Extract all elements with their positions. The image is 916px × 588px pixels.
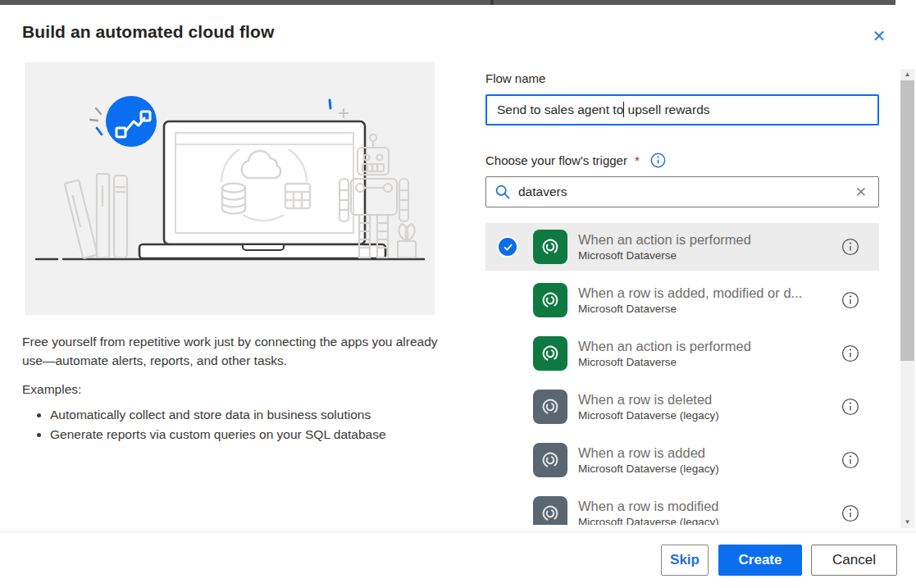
automation-illustration (25, 62, 435, 315)
trigger-row[interactable]: When an action is performed Microsoft Da… (485, 330, 879, 377)
trigger-subtitle: Microsoft Dataverse (legacy) (578, 408, 832, 422)
dataverse-icon (533, 230, 567, 264)
flow-name-input[interactable]: Send to sales agent to upsell rewards (485, 94, 879, 125)
trigger-text: When an action is performed Microsoft Da… (578, 231, 832, 262)
info-icon[interactable] (841, 504, 859, 522)
plant-graphic (398, 224, 416, 258)
scroll-up-icon[interactable]: ▲ (900, 69, 914, 80)
dataverse-legacy-icon (533, 496, 567, 525)
trigger-text: When a row is modified Microsoft Dataver… (578, 498, 832, 525)
trigger-list: When an action is performed Microsoft Da… (485, 223, 879, 525)
info-icon[interactable] (841, 451, 859, 469)
search-icon (494, 184, 511, 200)
clear-search-icon[interactable]: ✕ (852, 185, 870, 199)
illustration-graphic (25, 62, 435, 315)
flow-name-value-before-caret: Send to sales agent to (497, 103, 623, 116)
dataverse-icon (533, 283, 567, 317)
examples-list: Automatically collect and store data in … (39, 405, 457, 444)
footer: Skip Create Cancel (0, 532, 916, 588)
trigger-text: When a row is added Microsoft Dataverse … (578, 444, 832, 476)
dataverse-icon (533, 336, 567, 371)
skip-button[interactable]: Skip (661, 545, 709, 576)
trigger-title: When an action is performed (578, 338, 832, 355)
trigger-title: When a row is modified (578, 498, 832, 515)
close-icon[interactable]: ✕ (869, 26, 889, 46)
trigger-title: When a row is added, modified or d... (578, 285, 832, 302)
selection-slot (499, 238, 533, 256)
example-item: Automatically collect and store data in … (50, 405, 457, 425)
trigger-subtitle: Microsoft Dataverse (legacy) (578, 462, 832, 476)
search-input[interactable]: datavers (518, 185, 845, 199)
info-icon[interactable] (841, 398, 859, 416)
trigger-row[interactable]: When a row is deleted Microsoft Datavers… (485, 383, 879, 431)
trigger-subtitle: Microsoft Dataverse (578, 302, 832, 316)
trigger-label: Choose your flow's trigger (485, 153, 627, 167)
trigger-text: When a row is deleted Microsoft Datavers… (578, 391, 832, 422)
trigger-subtitle: Microsoft Dataverse (578, 248, 832, 262)
scrollbar-thumb[interactable] (900, 80, 914, 361)
dialog-title: Build an automated cloud flow (22, 22, 274, 42)
flow-name-label: Flow name (485, 71, 545, 85)
dataverse-legacy-icon (533, 390, 567, 424)
dataverse-legacy-icon (533, 443, 567, 477)
scroll-down-icon[interactable]: ▼ (900, 517, 914, 528)
info-icon[interactable] (841, 344, 859, 362)
info-icon[interactable] (650, 153, 666, 168)
trigger-row[interactable]: When an action is performed Microsoft Da… (485, 223, 879, 271)
examples-label: Examples: (22, 382, 81, 397)
trigger-title: When a row is deleted (578, 391, 832, 408)
trigger-row[interactable]: When a row is added Microsoft Dataverse … (485, 436, 879, 484)
flow-badge-icon (106, 96, 157, 147)
background-page-top-bar (0, 0, 895, 5)
required-asterisk: * (633, 153, 640, 167)
trigger-title: When a row is added (578, 444, 832, 462)
selected-check-icon (499, 238, 517, 256)
trigger-text: When a row is added, modified or d... Mi… (578, 285, 832, 316)
dialog-description: Free yourself from repetitive work just … (22, 332, 449, 370)
trigger-title: When an action is performed (578, 231, 832, 248)
cancel-button[interactable]: Cancel (811, 545, 897, 576)
background-page-top-bar-divider (490, 0, 494, 5)
trigger-row[interactable]: When a row is added, modified or d... Mi… (485, 276, 879, 324)
example-item: Generate reports via custom queries on y… (50, 425, 457, 444)
info-icon[interactable] (841, 238, 859, 256)
trigger-text: When an action is performed Microsoft Da… (578, 338, 832, 369)
info-icon[interactable] (841, 291, 859, 309)
trigger-label-row: Choose your flow's trigger * (485, 151, 666, 169)
create-button[interactable]: Create (718, 545, 802, 576)
flow-name-value-after-caret: upsell rewards (624, 103, 709, 116)
trigger-subtitle: Microsoft Dataverse (legacy) (578, 515, 832, 525)
books-graphic (65, 174, 127, 258)
trigger-subtitle: Microsoft Dataverse (578, 355, 832, 369)
scrollbar[interactable]: ▲ ▼ (900, 69, 914, 528)
trigger-row[interactable]: When a row is modified Microsoft Dataver… (485, 490, 879, 525)
trigger-search-box[interactable]: datavers ✕ (485, 176, 879, 207)
